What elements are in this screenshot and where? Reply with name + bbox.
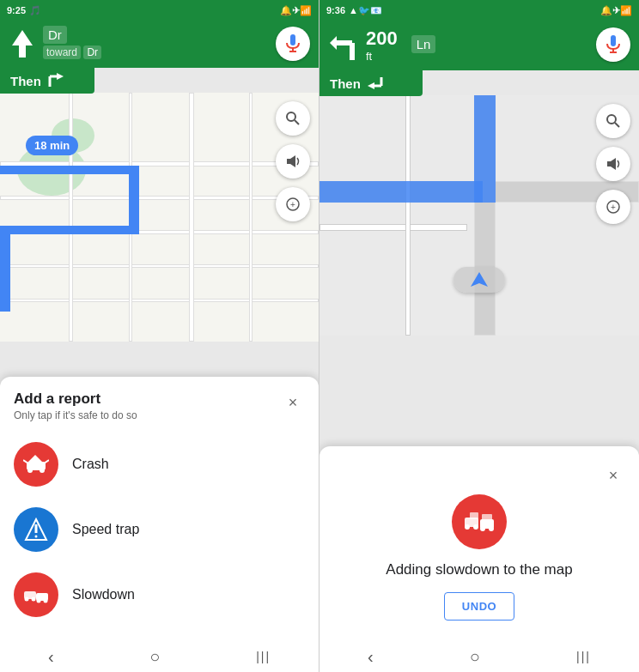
- right-mic-button[interactable]: [596, 27, 630, 62]
- svg-text:+: +: [611, 203, 616, 212]
- svg-line-16: [23, 460, 28, 463]
- left-status-right: 🔔✈📶: [280, 5, 312, 16]
- nav-street-name: Dr: [43, 26, 67, 44]
- nav-toward-text: toward Dr: [43, 45, 269, 61]
- sheet-header: Add a report Only tap if it's safe to do…: [14, 390, 305, 421]
- left-status-icons: 🎵: [29, 5, 41, 16]
- speed-trap-label: Speed trap: [72, 522, 139, 537]
- search-button-right[interactable]: [596, 104, 630, 138]
- slowdown-close-button[interactable]: ×: [601, 463, 625, 487]
- slowdown-report-item[interactable]: Slowdown: [14, 562, 305, 627]
- left-time: 9:25: [7, 5, 26, 15]
- svg-marker-15: [28, 455, 42, 462]
- right-status-bar: 9:36 ▲🐦📧 🔔✈📶: [320, 0, 639, 21]
- crash-icon: [14, 442, 58, 487]
- comment-button-right[interactable]: +: [596, 190, 630, 224]
- sheet-title: Add a report: [14, 390, 137, 408]
- svg-marker-0: [12, 30, 33, 58]
- svg-rect-1: [290, 34, 295, 45]
- left-then-banner: Then: [0, 68, 94, 94]
- slowdown-cars-icon: [452, 494, 507, 549]
- svg-rect-49: [482, 514, 492, 521]
- left-network-icons: 🔔✈📶: [280, 5, 312, 16]
- svg-point-43: [465, 524, 470, 530]
- audio-button-left[interactable]: [276, 144, 310, 179]
- crash-report-item[interactable]: Crash: [14, 432, 305, 497]
- svg-point-44: [473, 524, 478, 530]
- distance-unit: ft: [366, 50, 398, 63]
- svg-point-48: [489, 526, 494, 531]
- svg-rect-45: [470, 512, 478, 519]
- svg-marker-6: [57, 73, 64, 80]
- slowdown-message: Adding slowdown to the map: [386, 561, 572, 578]
- svg-marker-29: [330, 36, 337, 50]
- distance-info: 200 ft: [366, 27, 398, 63]
- slowdown-icon: [14, 572, 58, 617]
- crash-label: Crash: [72, 457, 109, 472]
- left-mic-button[interactable]: [276, 27, 310, 61]
- svg-point-13: [27, 468, 33, 473]
- svg-point-47: [480, 526, 485, 531]
- right-status-icons: ▲🐦📧: [349, 5, 382, 16]
- right-street-name: Ln: [411, 35, 436, 53]
- comment-button-left[interactable]: +: [276, 187, 310, 221]
- audio-button-right[interactable]: [596, 147, 630, 181]
- right-time: 9:36: [326, 5, 345, 15]
- left-nav-header: Dr toward Dr: [0, 21, 319, 68]
- svg-line-17: [44, 460, 49, 463]
- svg-point-25: [37, 599, 41, 603]
- left-map: 18 min +: [0, 93, 319, 342]
- speed-trap-icon: [14, 507, 58, 552]
- svg-line-38: [615, 123, 619, 127]
- svg-rect-30: [611, 35, 616, 46]
- svg-point-23: [32, 597, 36, 602]
- turn-left-arrow: [328, 26, 359, 64]
- slowdown-sheet: × Adding slowdown to the map UNDO: [320, 446, 639, 641]
- home-button-right[interactable]: ○: [453, 644, 497, 670]
- right-phone-panel: 9:36 ▲🐦📧 🔔✈📶 200 ft Ln: [320, 0, 639, 672]
- svg-point-22: [25, 597, 29, 602]
- right-network-icons: 🔔✈📶: [600, 5, 632, 16]
- menu-button-left[interactable]: |||: [239, 646, 288, 667]
- sheet-close-button[interactable]: ×: [281, 390, 305, 415]
- undo-button[interactable]: UNDO: [444, 592, 514, 621]
- svg-point-14: [40, 468, 45, 473]
- back-button-left[interactable]: ‹: [31, 644, 71, 670]
- svg-point-26: [44, 599, 48, 603]
- right-status-right: 🔔✈📶: [600, 5, 632, 16]
- right-status-left: 9:36 ▲🐦📧: [326, 5, 382, 16]
- car-marker: [453, 267, 505, 293]
- eta-badge: 18 min: [26, 136, 78, 155]
- left-phone-panel: 9:25 🎵 🔔✈📶 Dr toward Dr: [0, 0, 320, 672]
- right-street-area: Ln: [411, 35, 589, 55]
- svg-marker-39: [607, 158, 616, 170]
- right-then-label: Then: [330, 76, 361, 91]
- right-map: +: [320, 95, 639, 336]
- right-nav-header: 200 ft Ln: [320, 21, 639, 70]
- slowdown-label: Slowdown: [72, 587, 135, 602]
- left-nav-bar: ‹ ○ |||: [0, 641, 319, 672]
- svg-marker-35: [368, 82, 374, 89]
- nav-up-arrow: [9, 27, 36, 61]
- left-bottom-sheet: Add a report Only tap if it's safe to do…: [0, 377, 319, 641]
- speed-trap-item[interactable]: Speed trap: [14, 497, 305, 562]
- svg-point-37: [607, 115, 616, 124]
- sheet-title-area: Add a report Only tap if it's safe to do…: [14, 390, 137, 421]
- nav-directions: Dr toward Dr: [43, 26, 269, 61]
- menu-button-right[interactable]: |||: [559, 646, 608, 667]
- left-status-left: 9:25 🎵: [7, 5, 41, 16]
- svg-marker-36: [471, 272, 488, 287]
- back-button-right[interactable]: ‹: [350, 644, 391, 670]
- left-status-bar: 9:25 🎵 🔔✈📶: [0, 0, 319, 21]
- sheet-subtitle: Only tap if it's safe to do so: [14, 409, 137, 421]
- right-nav-bar: ‹ ○ |||: [320, 641, 639, 672]
- nav-toward-street: Dr: [83, 45, 101, 59]
- svg-text:+: +: [290, 200, 295, 209]
- right-then-banner: Then: [320, 70, 423, 96]
- search-button-left[interactable]: [276, 101, 310, 136]
- distance-value: 200: [366, 27, 398, 50]
- svg-line-8: [295, 120, 299, 124]
- svg-point-7: [287, 112, 295, 121]
- svg-marker-9: [287, 155, 295, 167]
- home-button-left[interactable]: ○: [132, 644, 177, 670]
